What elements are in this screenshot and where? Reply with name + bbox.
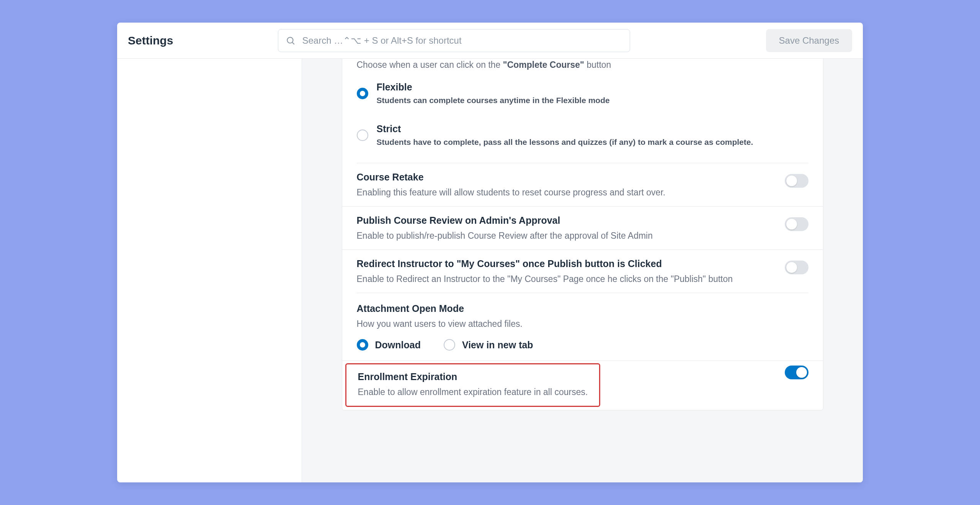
search-wrap bbox=[278, 29, 630, 52]
toggle-switch[interactable] bbox=[785, 366, 808, 379]
section-desc: How you want users to view attached file… bbox=[357, 319, 808, 329]
toggle-desc: Enable to publish/re-publish Course Revi… bbox=[357, 231, 785, 241]
radio-download[interactable]: Download bbox=[357, 339, 421, 351]
section-title: Attachment Open Mode bbox=[357, 303, 808, 314]
attachment-section: Attachment Open Mode How you want users … bbox=[342, 293, 823, 336]
enrollment-expiration-row: Enrollment Expiration Enable to allow en… bbox=[342, 361, 823, 409]
toggle-switch[interactable] bbox=[785, 217, 808, 231]
svg-line-1 bbox=[292, 42, 294, 44]
radio-view-new-tab[interactable]: View in new tab bbox=[444, 339, 533, 351]
radio-flexible[interactable]: Flexible Students can complete courses a… bbox=[357, 82, 808, 105]
toggle-title: Course Retake bbox=[357, 172, 785, 183]
sidebar bbox=[117, 59, 302, 482]
content-card: Choose when a user can click on the "Com… bbox=[342, 59, 823, 410]
header: Settings Save Changes bbox=[117, 23, 863, 59]
completion-mode-intro: Choose when a user can click on the "Com… bbox=[342, 59, 823, 70]
radio-label: Flexible bbox=[377, 82, 610, 93]
radio-icon[interactable] bbox=[444, 339, 455, 351]
radio-icon[interactable] bbox=[357, 339, 368, 351]
search-input[interactable] bbox=[278, 29, 630, 52]
radio-icon[interactable] bbox=[357, 130, 368, 141]
save-button[interactable]: Save Changes bbox=[766, 29, 852, 52]
radio-label: View in new tab bbox=[462, 339, 533, 351]
search-icon bbox=[286, 36, 296, 46]
radio-sublabel: Students have to complete, pass all the … bbox=[377, 138, 753, 147]
toggle-switch[interactable] bbox=[785, 174, 808, 188]
settings-window: Settings Save Changes Choose when a user… bbox=[117, 23, 863, 482]
enrollment-title: Enrollment Expiration bbox=[358, 371, 588, 382]
enrollment-desc: Enable to allow enrollment expiration fe… bbox=[358, 387, 588, 397]
toggle-title: Publish Course Review on Admin's Approva… bbox=[357, 215, 785, 226]
radio-label: Download bbox=[375, 339, 421, 351]
toggle-desc: Enabling this feature will allow student… bbox=[357, 187, 785, 198]
attachment-radio-group: Download View in new tab bbox=[342, 336, 823, 361]
radio-strict[interactable]: Strict Students have to complete, pass a… bbox=[357, 123, 808, 147]
toggle-title: Redirect Instructor to "My Courses" once… bbox=[357, 258, 785, 269]
radio-label: Strict bbox=[377, 123, 753, 134]
toggle-desc: Enable to Redirect an Instructor to the … bbox=[357, 274, 785, 284]
highlight-box: Enrollment Expiration Enable to allow en… bbox=[345, 363, 601, 407]
toggle-course-retake: Course Retake Enabling this feature will… bbox=[342, 163, 823, 207]
svg-point-0 bbox=[287, 37, 293, 43]
completion-mode-radio-group: Flexible Students can complete courses a… bbox=[342, 70, 823, 153]
toggle-publish-review: Publish Course Review on Admin's Approva… bbox=[342, 207, 823, 250]
toggle-switch[interactable] bbox=[785, 261, 808, 274]
body: Choose when a user can click on the "Com… bbox=[117, 59, 863, 482]
page-title: Settings bbox=[128, 34, 173, 47]
main: Choose when a user can click on the "Com… bbox=[302, 59, 863, 482]
radio-sublabel: Students can complete courses anytime in… bbox=[377, 96, 610, 105]
toggle-redirect-instructor: Redirect Instructor to "My Courses" once… bbox=[342, 250, 823, 293]
radio-icon[interactable] bbox=[357, 88, 368, 99]
